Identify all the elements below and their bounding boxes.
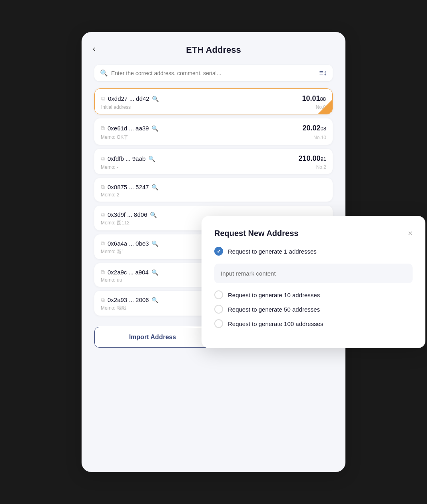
search-icon-sm[interactable]: 🔍: [152, 240, 158, 247]
no-badge: No.10: [313, 135, 326, 140]
radio-option-3[interactable]: Request to generate 50 addresses: [214, 305, 413, 314]
memo-text: Initial address: [101, 104, 131, 110]
memo-text: Memo: 2: [101, 192, 120, 198]
copy-icon[interactable]: ⧉: [101, 240, 105, 247]
radio-unchecked-icon: [214, 290, 223, 299]
radio-label-3: Request to generate 50 addresses: [228, 306, 320, 313]
radio-unchecked-icon: [214, 305, 223, 314]
address-item: ⧉ 0xdd27 ... dd42 🔍 10.01 88 Initial add…: [94, 88, 333, 114]
address-text: 0x6a4a ... 0be3: [108, 240, 149, 247]
search-icon-sm[interactable]: 🔍: [152, 297, 158, 303]
amount-main: 210.00: [298, 154, 320, 163]
radio-option-2[interactable]: Request to generate 10 addresses: [214, 290, 413, 299]
search-icon-sm[interactable]: 🔍: [152, 96, 159, 102]
radio-checked-icon: ✓: [214, 247, 223, 256]
address-text: 0x3d9f ... 8d06: [108, 211, 147, 218]
address-item: ⧉ 0xe61d ... aa39 🔍 20.02 08 Memo: OK了 N…: [94, 118, 333, 145]
memo-text: Memo: OK了: [101, 134, 128, 141]
address-item: ⧉ 0x0875 ... 5247 🔍 Memo: 2: [94, 178, 333, 202]
copy-icon[interactable]: ⧉: [101, 211, 105, 218]
search-icon-sm[interactable]: 🔍: [152, 184, 158, 190]
memo-text: Memo: 新1: [101, 248, 124, 255]
request-new-address-modal: Request New Address × ✓ Request to gener…: [202, 216, 425, 348]
memo-text: Memo: 哦哦: [101, 305, 126, 312]
remark-input[interactable]: [214, 264, 413, 283]
search-input[interactable]: [111, 70, 316, 76]
memo-text: Memo: 圆112: [101, 220, 130, 226]
copy-icon[interactable]: ⧉: [101, 269, 105, 276]
radio-label-1: Request to generate 1 addresses: [228, 248, 317, 255]
address-text: 0xe61d ... aa39: [108, 125, 149, 132]
copy-icon[interactable]: ⧉: [101, 296, 105, 303]
amount-main: 20.02: [302, 124, 320, 132]
main-card: ‹ ETH Address 🔍 ≡↕ ⧉ 0xdd27 ... dd42 🔍 1…: [82, 32, 345, 472]
search-bar: 🔍 ≡↕: [94, 65, 333, 81]
radio-option-1[interactable]: ✓ Request to generate 1 addresses: [214, 247, 413, 256]
address-text: 0xfdfb ... 9aab: [108, 155, 146, 162]
amount-small: 91: [321, 156, 326, 162]
memo-text: Memo: -: [101, 164, 118, 170]
search-icon-sm[interactable]: 🔍: [148, 156, 155, 162]
search-icon-sm[interactable]: 🔍: [152, 269, 158, 276]
address-text: 0xdd27 ... dd42: [108, 95, 149, 102]
orange-corner-decoration: [318, 100, 332, 114]
copy-icon[interactable]: ⧉: [101, 125, 105, 132]
search-icon: 🔍: [100, 69, 108, 77]
copy-icon[interactable]: ⧉: [101, 95, 105, 102]
modal-close-button[interactable]: ×: [408, 229, 413, 238]
radio-label-4: Request to generate 100 addresses: [228, 320, 323, 327]
address-item: ⧉ 0xfdfb ... 9aab 🔍 210.00 91 Memo: - No…: [94, 149, 333, 174]
import-address-button[interactable]: Import Address: [94, 327, 211, 348]
search-icon-sm[interactable]: 🔍: [152, 125, 158, 132]
search-icon-sm[interactable]: 🔍: [150, 212, 157, 218]
address-text: 0x2a9c ... a904: [108, 269, 149, 276]
page-title: ETH Address: [94, 45, 333, 55]
radio-label-2: Request to generate 10 addresses: [228, 292, 320, 298]
address-text: 0x2a93 ... 2006: [108, 296, 149, 303]
radio-option-4[interactable]: Request to generate 100 addresses: [214, 319, 413, 328]
address-text: 0x0875 ... 5247: [108, 184, 149, 190]
modal-title: Request New Address: [214, 229, 298, 238]
filter-icon[interactable]: ≡↕: [319, 69, 327, 77]
copy-icon[interactable]: ⧉: [101, 184, 105, 190]
copy-icon[interactable]: ⧉: [101, 155, 105, 162]
amount-small: 08: [321, 126, 326, 132]
memo-text: Memo: uu: [101, 277, 122, 283]
back-button[interactable]: ‹: [93, 44, 96, 53]
amount-main: 10.01: [302, 94, 320, 103]
radio-unchecked-icon: [214, 319, 223, 328]
no-badge: No.2: [316, 164, 326, 170]
